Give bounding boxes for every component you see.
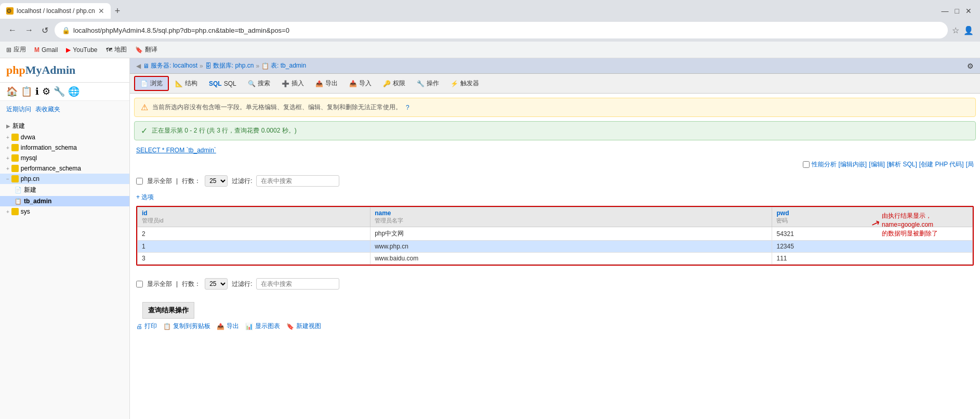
breadcrumb-table[interactable]: 📋 表: tb_admin bbox=[261, 61, 306, 70]
browse-button[interactable]: 📄 浏览 bbox=[134, 76, 169, 91]
copy-link[interactable]: 📋 复制到剪贴板 bbox=[163, 322, 210, 331]
table-icon: 📋 bbox=[15, 198, 22, 205]
insert-button[interactable]: ➕ 插入 bbox=[276, 77, 309, 90]
cell-name-1: php中文网 bbox=[370, 227, 772, 241]
export-button[interactable]: 📤 导出 bbox=[310, 77, 343, 90]
db-item-mysql[interactable]: + mysql bbox=[0, 153, 129, 163]
db-item-information[interactable]: + information_schema bbox=[0, 142, 129, 153]
home-icon[interactable]: 🏠 bbox=[6, 86, 18, 97]
perf-analysis-link[interactable]: 性能分析 bbox=[812, 160, 837, 169]
back-button[interactable]: ← bbox=[6, 23, 19, 37]
url-box[interactable]: 🔒 localhost/phpMyAdmin4.8.5/sql.php?db=p… bbox=[55, 22, 948, 38]
logo-php: php bbox=[6, 63, 25, 76]
privileges-button[interactable]: 🔑 权限 bbox=[378, 77, 410, 90]
show-all-checkbox-bottom[interactable] bbox=[136, 281, 143, 287]
server-icon: 🖥 bbox=[143, 62, 149, 70]
breadcrumb-database[interactable]: 🗄 数据库: php.cn bbox=[205, 61, 254, 70]
active-tab[interactable]: ⚙ localhost / localhost / php.cn ✕ bbox=[0, 3, 111, 19]
table-item-new[interactable]: 📄 新建 bbox=[0, 184, 129, 196]
more-link[interactable]: [局 bbox=[966, 160, 974, 169]
close-button[interactable]: ✕ bbox=[965, 7, 972, 15]
bookmark-maps[interactable]: 🗺 地图 bbox=[106, 45, 127, 54]
operations-button[interactable]: 🔧 操作 bbox=[412, 77, 444, 90]
filter-input[interactable] bbox=[256, 175, 339, 187]
settings-icon[interactable]: ⚙ bbox=[42, 86, 50, 97]
logo-myadmin: MyAdmin bbox=[25, 63, 76, 76]
col-name-name: name bbox=[375, 210, 391, 217]
bookmark-translate[interactable]: 🔖 翻译 bbox=[135, 45, 157, 54]
header-settings-icon[interactable]: ⚙ bbox=[967, 62, 974, 70]
new-view-label: 新建视图 bbox=[296, 322, 321, 331]
search-button[interactable]: 🔍 搜索 bbox=[243, 77, 275, 90]
show-all-checkbox[interactable] bbox=[136, 178, 143, 185]
maximize-button[interactable]: □ bbox=[955, 7, 959, 15]
db-name-mysql: mysql bbox=[21, 154, 37, 162]
globe-icon[interactable]: 🌐 bbox=[68, 86, 80, 97]
create-php-link[interactable]: [创建 PHP 代码] bbox=[919, 160, 964, 169]
export-bottom-label: 导出 bbox=[227, 322, 239, 331]
query-results-label: 查询结果操作 bbox=[148, 306, 189, 314]
sql-button[interactable]: SQL SQL bbox=[204, 78, 242, 89]
address-bar: ← → ↺ 🔒 localhost/phpMyAdmin4.8.5/sql.ph… bbox=[0, 19, 980, 42]
col-name[interactable]: name 管理员名字 bbox=[370, 207, 772, 227]
edit-inline-link[interactable]: [编辑内嵌] bbox=[839, 160, 867, 169]
search-icon: 🔍 bbox=[248, 80, 256, 87]
bookmark-star-icon[interactable]: ☆ bbox=[952, 25, 959, 35]
refresh-button[interactable]: ↺ bbox=[39, 23, 50, 37]
breadcrumb-server[interactable]: 🖥 服务器: localhost bbox=[143, 61, 197, 70]
user-icon[interactable]: 👤 bbox=[963, 25, 974, 35]
table-name-new: 新建 bbox=[24, 186, 36, 194]
triggers-button[interactable]: ⚡ 触发器 bbox=[445, 77, 484, 90]
favorites-link[interactable]: 表收藏夹 bbox=[35, 105, 60, 114]
bookmark-youtube[interactable]: ▶ YouTube bbox=[66, 46, 97, 54]
sql-link[interactable]: SELECT * FROM `tb_admin` bbox=[136, 147, 216, 154]
filter-input-bottom[interactable] bbox=[256, 278, 339, 290]
db-name-information: information_schema bbox=[21, 144, 77, 151]
row-count-select-bottom[interactable]: 25 bbox=[205, 278, 228, 290]
new-tab-button[interactable]: + bbox=[111, 6, 125, 17]
db-name-sys: sys bbox=[21, 208, 30, 215]
options-row[interactable]: + 选项 bbox=[130, 191, 980, 204]
tools-icon[interactable]: 🔧 bbox=[54, 86, 65, 97]
db-name-phpcn: php.cn bbox=[21, 175, 39, 182]
cell-pwd-3: 111 bbox=[772, 253, 973, 265]
collapse-icon[interactable]: ◀ bbox=[136, 62, 141, 70]
bookmark-apps[interactable]: ⊞ 应用 bbox=[6, 45, 26, 54]
chart-link[interactable]: 📊 显示图表 bbox=[245, 322, 280, 331]
gmail-icon: M bbox=[34, 46, 39, 54]
annotation-arrow: ↙ bbox=[869, 216, 882, 232]
bookmark-gmail[interactable]: M Gmail bbox=[34, 46, 58, 54]
perf-checkbox[interactable] bbox=[803, 161, 810, 168]
info-icon[interactable]: ℹ bbox=[35, 86, 39, 97]
forward-button[interactable]: → bbox=[23, 23, 35, 37]
db-item-performance[interactable]: + performance_schema bbox=[0, 163, 129, 174]
docs-icon[interactable]: 📋 bbox=[21, 86, 32, 97]
import-button[interactable]: 📥 导入 bbox=[344, 77, 377, 90]
annotation-text: ↙ 由执行结果显示，name=google.com 的数据明显被删除了 bbox=[871, 212, 975, 238]
db-item-new[interactable]: ▶ 新建 bbox=[0, 120, 129, 132]
tab-title: localhost / localhost / php.cn bbox=[17, 7, 95, 15]
db-item-phpcn[interactable]: − php.cn bbox=[0, 174, 129, 184]
expand-icon: + bbox=[6, 209, 9, 215]
db-item-sys[interactable]: + sys bbox=[0, 206, 129, 217]
operations-label: 操作 bbox=[427, 79, 439, 88]
new-view-icon: 🔖 bbox=[286, 323, 294, 330]
edit-link[interactable]: [编辑] bbox=[869, 160, 885, 169]
new-view-link[interactable]: 🔖 新建视图 bbox=[286, 322, 321, 331]
sidebar: phpMyAdmin 🏠 📋 ℹ ⚙ 🔧 🌐 近期访问 表收藏夹 ▶ bbox=[0, 58, 130, 419]
tab-close-button[interactable]: ✕ bbox=[98, 7, 104, 15]
col-id[interactable]: id 管理员id bbox=[138, 207, 370, 227]
help-icon[interactable]: ? bbox=[406, 104, 409, 111]
export-bottom-link[interactable]: 📤 导出 bbox=[217, 322, 239, 331]
table-item-tbadmin[interactable]: 📋 tb_admin bbox=[0, 196, 129, 206]
parse-sql-link[interactable]: [解析 SQL] bbox=[887, 160, 917, 169]
minimize-button[interactable]: — bbox=[942, 7, 949, 15]
chart-label: 显示图表 bbox=[255, 322, 280, 331]
structure-button[interactable]: 📐 结构 bbox=[170, 77, 203, 90]
db-item-dvwa[interactable]: + dvwa bbox=[0, 132, 129, 142]
db-icon2: 🗄 bbox=[205, 62, 211, 70]
row-count-select[interactable]: 25 bbox=[205, 175, 228, 187]
recent-link[interactable]: 近期访问 bbox=[6, 105, 31, 114]
cell-name-2: www.php.cn bbox=[370, 241, 772, 253]
print-link[interactable]: 🖨 打印 bbox=[136, 322, 157, 331]
